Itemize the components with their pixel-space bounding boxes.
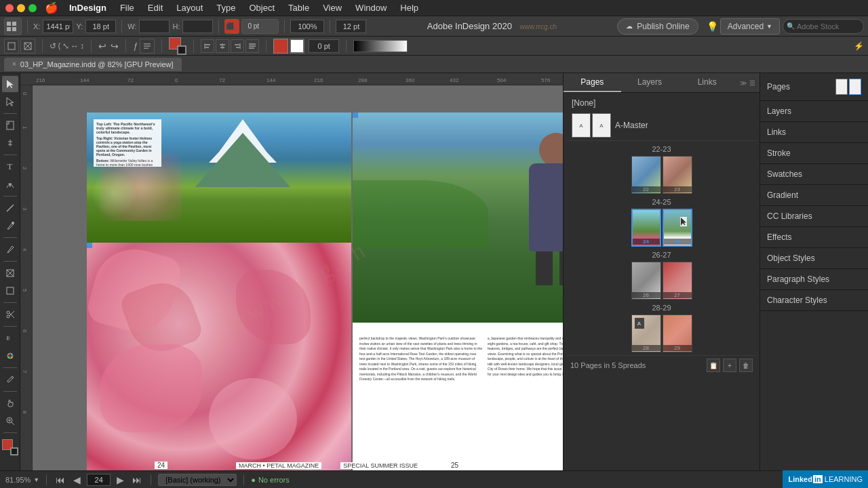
page-27-thumb[interactable]: 27 bbox=[663, 262, 692, 300]
flip-h-icon[interactable]: ↔ bbox=[71, 41, 79, 51]
none-page-item[interactable]: [None] bbox=[566, 96, 757, 110]
hand-tool[interactable] bbox=[2, 395, 18, 411]
gradient-feather-tool[interactable] bbox=[2, 330, 18, 346]
w-input[interactable] bbox=[139, 20, 170, 33]
nav-first-btn[interactable]: ⏮ bbox=[54, 474, 67, 485]
undo-icon[interactable]: ↩ bbox=[98, 41, 106, 52]
a-master-section[interactable]: A A A-Master bbox=[566, 110, 757, 141]
linkedin-learning-badge[interactable]: Linkedin LEARNING bbox=[783, 470, 868, 488]
rect-tool[interactable] bbox=[2, 283, 18, 299]
tab-pages[interactable]: Pages bbox=[564, 73, 621, 92]
nav-last-btn[interactable]: ⏭ bbox=[130, 474, 144, 485]
direct-select-tool[interactable] bbox=[2, 94, 18, 110]
align-left-icon[interactable] bbox=[201, 39, 214, 53]
page-22-thumb[interactable]: 22 bbox=[631, 156, 661, 194]
eyedropper-tool[interactable] bbox=[2, 371, 18, 388]
spread-24-25-thumbs[interactable]: 24 25 bbox=[566, 209, 757, 247]
page-number-input[interactable] bbox=[87, 474, 111, 486]
frame-type-btn2[interactable] bbox=[20, 39, 35, 54]
page-25-thumb[interactable]: 25 bbox=[663, 209, 692, 247]
publish-online-button[interactable]: ☁ Publish Online bbox=[617, 18, 698, 35]
lightning-icon[interactable]: ⚡ bbox=[854, 41, 864, 51]
type-menu[interactable]: Type bbox=[214, 3, 238, 13]
page-23-thumb[interactable]: 23 bbox=[663, 156, 692, 194]
page-26-thumb[interactable]: 26 bbox=[631, 262, 661, 300]
apple-menu[interactable]: 🍎 bbox=[45, 1, 58, 14]
document-tab[interactable]: × 03_HP_Magazine.indd @ 82% [GPU Preview… bbox=[4, 58, 182, 71]
type-on-path-tool[interactable]: T bbox=[2, 176, 18, 192]
pen-tool[interactable] bbox=[2, 218, 18, 234]
mode-selector[interactable]: [Basic] (working) bbox=[158, 474, 237, 486]
pencil-tool[interactable] bbox=[2, 241, 18, 258]
stroke-color-btn[interactable] bbox=[290, 39, 304, 54]
page-29-thumb[interactable]: 29 bbox=[663, 314, 692, 352]
table-menu[interactable]: Table bbox=[285, 3, 312, 13]
object-styles-panel-header[interactable]: Object Styles bbox=[760, 248, 868, 268]
properties-btn[interactable] bbox=[4, 18, 22, 35]
page-28-thumb[interactable]: A 28 bbox=[631, 314, 661, 352]
gradient-panel-header[interactable]: Gradient bbox=[760, 185, 868, 205]
justify-icon[interactable] bbox=[245, 39, 259, 53]
page-tool[interactable] bbox=[2, 117, 18, 134]
x-input[interactable] bbox=[43, 20, 73, 33]
create-page-btn[interactable]: + bbox=[723, 359, 736, 372]
rotate-icon[interactable]: ↺ bbox=[50, 41, 56, 51]
zoom-input[interactable] bbox=[290, 20, 324, 33]
align-right-icon[interactable] bbox=[231, 39, 244, 53]
select-tool[interactable] bbox=[2, 76, 18, 92]
window-menu[interactable]: Window bbox=[353, 3, 389, 13]
minimize-button[interactable] bbox=[17, 4, 25, 12]
character-styles-panel-header[interactable]: Character Styles bbox=[760, 290, 868, 310]
app-name-menu[interactable]: InDesign bbox=[66, 3, 109, 13]
align-center-icon[interactable] bbox=[216, 39, 229, 53]
help-menu[interactable]: Help bbox=[397, 3, 421, 13]
zoom-tool[interactable] bbox=[2, 413, 18, 429]
object-menu[interactable]: Object bbox=[247, 3, 278, 13]
h-input[interactable] bbox=[182, 20, 213, 33]
font-size-input[interactable] bbox=[336, 20, 366, 33]
spread-28-29-thumbs[interactable]: A 28 29 bbox=[566, 314, 757, 352]
tab-layers[interactable]: Layers bbox=[621, 73, 679, 92]
nav-prev-btn[interactable]: ◀ bbox=[71, 474, 83, 485]
paragraph-styles-panel-header[interactable]: Paragraph Styles bbox=[760, 269, 868, 289]
rect-frame-tool[interactable] bbox=[2, 265, 18, 281]
spread-26-27-thumbs[interactable]: 26 27 bbox=[566, 262, 757, 300]
go-to-page-btn[interactable]: 📋 bbox=[707, 359, 720, 372]
fill-stroke-swatches[interactable] bbox=[169, 37, 186, 55]
color-theme-tool[interactable] bbox=[2, 348, 18, 364]
effects-panel-header[interactable]: Effects bbox=[760, 227, 868, 247]
layout-menu[interactable]: Layout bbox=[174, 3, 205, 13]
stroke-panel-header[interactable]: Stroke bbox=[760, 143, 868, 163]
zoom-chevron[interactable]: ▼ bbox=[33, 476, 39, 483]
gap-tool[interactable] bbox=[2, 135, 18, 151]
lightbulb-icon[interactable]: 💡 bbox=[701, 19, 717, 34]
panel-menu-icon[interactable]: ☰ bbox=[749, 79, 755, 87]
redo-icon[interactable]: ↪ bbox=[111, 41, 119, 52]
canvas[interactable]: www.rrcg.ch bbox=[33, 85, 563, 487]
frame-type-btn[interactable] bbox=[4, 39, 19, 54]
gradient-bar[interactable] bbox=[353, 40, 408, 52]
cc-libraries-panel-header[interactable]: CC Libraries bbox=[760, 206, 868, 226]
pages-panel-header[interactable]: Pages bbox=[760, 73, 868, 100]
fill-color-btn[interactable] bbox=[273, 39, 288, 54]
links-panel-header[interactable]: Links bbox=[760, 122, 868, 142]
collapse-icon[interactable]: ≫ bbox=[740, 79, 747, 87]
y-input[interactable] bbox=[85, 20, 116, 33]
stroke-width-input[interactable] bbox=[309, 39, 339, 53]
type-icon[interactable]: ƒ bbox=[133, 41, 138, 51]
preflight-status[interactable]: ● No errors bbox=[251, 476, 290, 484]
transform-btn[interactable]: ⬛ bbox=[224, 19, 239, 34]
spread-22-23-thumbs[interactable]: 22 23 bbox=[566, 156, 757, 194]
swatches-panel-header[interactable]: Swatches bbox=[760, 164, 868, 184]
scale-icon[interactable]: ⤡ bbox=[62, 41, 69, 51]
maximize-button[interactable] bbox=[28, 4, 37, 12]
tab-close-icon[interactable]: × bbox=[12, 60, 16, 68]
type-tool[interactable]: T bbox=[2, 159, 18, 175]
tool-fill-stroke[interactable] bbox=[2, 439, 18, 455]
search-input[interactable] bbox=[783, 19, 864, 34]
flip-v-icon[interactable]: ↕ bbox=[80, 41, 84, 51]
delete-page-btn[interactable]: 🗑 bbox=[739, 359, 753, 372]
shear-icon[interactable]: ⟨ bbox=[58, 41, 61, 51]
scissors-tool[interactable] bbox=[2, 306, 18, 323]
page-right[interactable]: perfect backdrop to the majestic views. … bbox=[353, 113, 563, 475]
